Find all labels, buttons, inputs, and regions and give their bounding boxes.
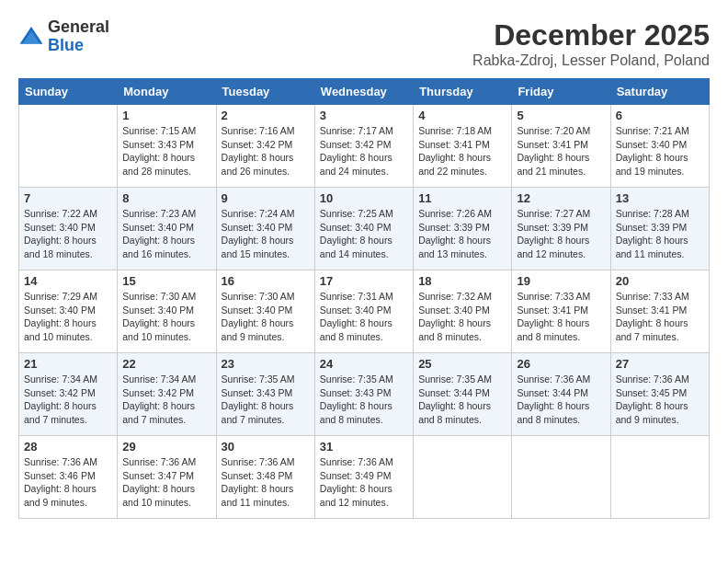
calendar-cell [19, 105, 118, 188]
calendar-cell: 12Sunrise: 7:27 AM Sunset: 3:39 PM Dayli… [512, 188, 610, 270]
page-header: General Blue December 2025 Rabka-Zdroj, … [18, 18, 710, 69]
day-number: 3 [320, 109, 408, 122]
day-number: 23 [222, 357, 310, 371]
calendar-cell: 5Sunrise: 7:20 AM Sunset: 3:41 PM Daylig… [512, 105, 610, 188]
day-info: Sunrise: 7:35 AM Sunset: 3:43 PM Dayligh… [222, 373, 310, 427]
calendar-cell: 13Sunrise: 7:28 AM Sunset: 3:39 PM Dayli… [610, 188, 709, 270]
day-info: Sunrise: 7:36 AM Sunset: 3:47 PM Dayligh… [122, 455, 210, 510]
calendar-header-sunday: Sunday [19, 79, 118, 105]
logo: General Blue [18, 18, 109, 55]
logo-blue: Blue [48, 36, 84, 54]
calendar-cell: 15Sunrise: 7:30 AM Sunset: 3:40 PM Dayli… [118, 270, 216, 353]
calendar-cell: 2Sunrise: 7:16 AM Sunset: 3:42 PM Daylig… [216, 105, 314, 188]
day-number: 9 [222, 191, 310, 205]
day-info: Sunrise: 7:16 AM Sunset: 3:42 PM Dayligh… [222, 124, 310, 178]
calendar-cell: 4Sunrise: 7:18 AM Sunset: 3:41 PM Daylig… [414, 105, 512, 188]
calendar-cell: 10Sunrise: 7:25 AM Sunset: 3:40 PM Dayli… [314, 188, 413, 270]
day-info: Sunrise: 7:25 AM Sunset: 3:40 PM Dayligh… [320, 207, 408, 261]
calendar-cell [414, 436, 512, 519]
calendar-cell: 23Sunrise: 7:35 AM Sunset: 3:43 PM Dayli… [216, 353, 314, 436]
calendar-cell: 1Sunrise: 7:15 AM Sunset: 3:43 PM Daylig… [118, 105, 216, 188]
calendar-cell: 11Sunrise: 7:26 AM Sunset: 3:39 PM Dayli… [414, 188, 512, 270]
day-number: 18 [418, 274, 506, 288]
calendar-cell: 26Sunrise: 7:36 AM Sunset: 3:44 PM Dayli… [512, 353, 610, 436]
calendar-header-row: SundayMondayTuesdayWednesdayThursdayFrid… [19, 79, 710, 105]
calendar-cell: 19Sunrise: 7:33 AM Sunset: 3:41 PM Dayli… [512, 270, 610, 353]
calendar-header-monday: Monday [118, 79, 216, 105]
day-number: 10 [320, 191, 408, 205]
day-info: Sunrise: 7:20 AM Sunset: 3:41 PM Dayligh… [517, 124, 605, 178]
day-info: Sunrise: 7:29 AM Sunset: 3:40 PM Dayligh… [24, 290, 112, 344]
day-number: 25 [418, 357, 506, 371]
calendar-cell: 3Sunrise: 7:17 AM Sunset: 3:42 PM Daylig… [314, 105, 413, 188]
calendar-cell: 17Sunrise: 7:31 AM Sunset: 3:40 PM Dayli… [314, 270, 413, 353]
day-number: 19 [517, 274, 605, 288]
day-number: 1 [122, 109, 210, 122]
day-info: Sunrise: 7:31 AM Sunset: 3:40 PM Dayligh… [320, 290, 408, 344]
title-block: December 2025 Rabka-Zdroj, Lesser Poland… [472, 18, 710, 69]
calendar-header-wednesday: Wednesday [314, 79, 413, 105]
calendar-cell: 7Sunrise: 7:22 AM Sunset: 3:40 PM Daylig… [19, 188, 118, 270]
day-number: 5 [517, 109, 605, 122]
logo-icon [18, 24, 44, 50]
calendar-week-3: 14Sunrise: 7:29 AM Sunset: 3:40 PM Dayli… [19, 270, 710, 353]
calendar-header-thursday: Thursday [414, 79, 512, 105]
day-number: 24 [320, 357, 408, 371]
day-number: 30 [222, 440, 310, 454]
calendar-cell: 16Sunrise: 7:30 AM Sunset: 3:40 PM Dayli… [216, 270, 314, 353]
day-info: Sunrise: 7:36 AM Sunset: 3:49 PM Dayligh… [320, 455, 408, 510]
day-info: Sunrise: 7:36 AM Sunset: 3:45 PM Dayligh… [616, 373, 704, 427]
day-info: Sunrise: 7:30 AM Sunset: 3:40 PM Dayligh… [122, 290, 210, 344]
calendar-week-2: 7Sunrise: 7:22 AM Sunset: 3:40 PM Daylig… [19, 188, 710, 270]
day-number: 17 [320, 274, 408, 288]
day-number: 12 [517, 191, 605, 205]
day-number: 4 [418, 109, 506, 122]
day-info: Sunrise: 7:21 AM Sunset: 3:40 PM Dayligh… [616, 124, 704, 178]
day-number: 14 [24, 274, 112, 288]
calendar-cell: 24Sunrise: 7:35 AM Sunset: 3:43 PM Dayli… [314, 353, 413, 436]
calendar-table: SundayMondayTuesdayWednesdayThursdayFrid… [18, 78, 710, 519]
day-number: 31 [320, 440, 408, 454]
day-info: Sunrise: 7:23 AM Sunset: 3:40 PM Dayligh… [122, 207, 210, 261]
calendar-header-tuesday: Tuesday [216, 79, 314, 105]
day-number: 20 [616, 274, 704, 288]
day-info: Sunrise: 7:22 AM Sunset: 3:40 PM Dayligh… [24, 207, 112, 261]
day-number: 11 [418, 191, 506, 205]
day-info: Sunrise: 7:36 AM Sunset: 3:46 PM Dayligh… [24, 455, 112, 510]
calendar-cell: 30Sunrise: 7:36 AM Sunset: 3:48 PM Dayli… [216, 436, 314, 519]
location-title: Rabka-Zdroj, Lesser Poland, Poland [472, 52, 710, 69]
day-info: Sunrise: 7:24 AM Sunset: 3:40 PM Dayligh… [222, 207, 310, 261]
calendar-header-friday: Friday [512, 79, 610, 105]
calendar-cell: 25Sunrise: 7:35 AM Sunset: 3:44 PM Dayli… [414, 353, 512, 436]
calendar-cell: 14Sunrise: 7:29 AM Sunset: 3:40 PM Dayli… [19, 270, 118, 353]
calendar-cell: 22Sunrise: 7:34 AM Sunset: 3:42 PM Dayli… [118, 353, 216, 436]
calendar-cell: 9Sunrise: 7:24 AM Sunset: 3:40 PM Daylig… [216, 188, 314, 270]
day-number: 15 [122, 274, 210, 288]
calendar-cell: 21Sunrise: 7:34 AM Sunset: 3:42 PM Dayli… [19, 353, 118, 436]
day-info: Sunrise: 7:15 AM Sunset: 3:43 PM Dayligh… [122, 124, 210, 178]
day-info: Sunrise: 7:33 AM Sunset: 3:41 PM Dayligh… [517, 290, 605, 344]
day-info: Sunrise: 7:33 AM Sunset: 3:41 PM Dayligh… [616, 290, 704, 344]
day-info: Sunrise: 7:35 AM Sunset: 3:43 PM Dayligh… [320, 373, 408, 427]
calendar-cell [610, 436, 709, 519]
logo-text: General Blue [48, 18, 109, 55]
month-title: December 2025 [472, 18, 710, 52]
day-number: 22 [122, 357, 210, 371]
day-info: Sunrise: 7:35 AM Sunset: 3:44 PM Dayligh… [418, 373, 506, 427]
day-info: Sunrise: 7:28 AM Sunset: 3:39 PM Dayligh… [616, 207, 704, 261]
calendar-cell: 29Sunrise: 7:36 AM Sunset: 3:47 PM Dayli… [118, 436, 216, 519]
day-number: 2 [222, 109, 310, 122]
day-number: 29 [122, 440, 210, 454]
day-info: Sunrise: 7:26 AM Sunset: 3:39 PM Dayligh… [418, 207, 506, 261]
day-info: Sunrise: 7:30 AM Sunset: 3:40 PM Dayligh… [222, 290, 310, 344]
calendar-cell: 8Sunrise: 7:23 AM Sunset: 3:40 PM Daylig… [118, 188, 216, 270]
day-number: 26 [517, 357, 605, 371]
day-number: 13 [616, 191, 704, 205]
day-number: 7 [24, 191, 112, 205]
calendar-cell: 31Sunrise: 7:36 AM Sunset: 3:49 PM Dayli… [314, 436, 413, 519]
calendar-header-saturday: Saturday [610, 79, 709, 105]
day-number: 8 [122, 191, 210, 205]
day-info: Sunrise: 7:27 AM Sunset: 3:39 PM Dayligh… [517, 207, 605, 261]
logo-general: General [48, 17, 109, 36]
day-info: Sunrise: 7:17 AM Sunset: 3:42 PM Dayligh… [320, 124, 408, 178]
